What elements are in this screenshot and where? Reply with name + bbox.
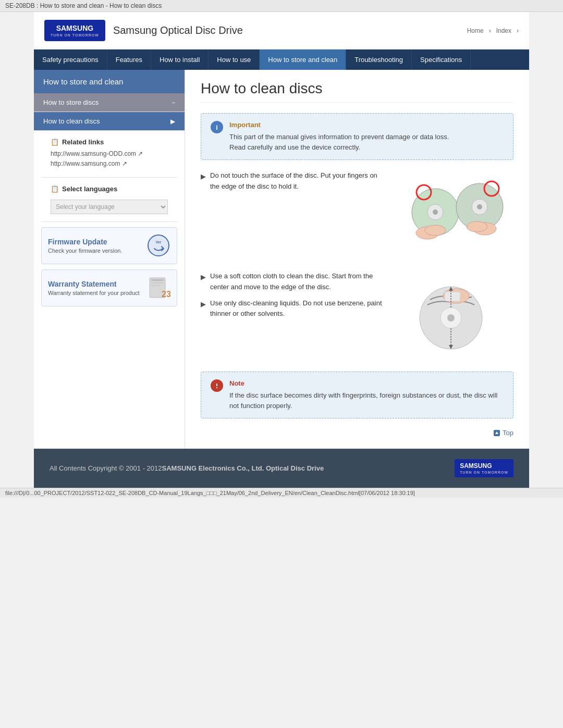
tab-safety[interactable]: Safety precautions — [34, 50, 107, 70]
bullet-liquid: ▶ Use only disc-cleaning liquids. Do not… — [201, 298, 388, 320]
firmware-text: Firmware Update Check your firmware vers… — [48, 238, 122, 254]
tab-trouble[interactable]: Troubleshooting — [346, 50, 412, 70]
bullet-arrow-1: ▶ — [201, 171, 206, 182]
firmware-update-box[interactable]: Firmware Update Check your firmware vers… — [41, 227, 177, 264]
firmware-subtitle: Check your firmware version. — [48, 248, 122, 254]
svg-point-21 — [447, 314, 455, 322]
related-links-icon: 📋 — [51, 138, 59, 146]
browser-title: SE-208DB : How to store and clean - How … — [5, 2, 162, 9]
svg-rect-23 — [445, 292, 460, 301]
svg-point-9 — [433, 209, 438, 215]
important-label: Important — [229, 121, 449, 129]
tab-store[interactable]: How to store and clean — [260, 50, 346, 70]
sidebar: How to store and clean How to store disc… — [34, 70, 185, 449]
main-layout: How to store and clean How to store disc… — [34, 70, 529, 449]
warranty-subtitle: Warranty statement for your product — [48, 290, 140, 296]
warranty-box[interactable]: Warranty Statement Warranty statement fo… — [41, 269, 177, 306]
status-bar: file:///D|/0...00_PROJECT/2012/SST12-022… — [0, 488, 563, 498]
warranty-icon: 23 — [147, 276, 170, 300]
tab-install[interactable]: How to install — [151, 50, 209, 70]
important-content: Important This part of the manual gives … — [229, 121, 449, 152]
related-links-title: 📋 Related links — [51, 138, 168, 146]
svg-text:Ver: Ver — [156, 240, 162, 244]
site-title: Samsung Optical Disc Drive — [113, 24, 243, 36]
sidebar-item-label: How to store discs — [43, 98, 99, 106]
svg-point-11 — [425, 225, 446, 236]
svg-point-15 — [477, 204, 482, 209]
bullet-text-3: Use only disc-cleaning liquids. Do not u… — [210, 298, 388, 320]
link-samsung[interactable]: http://www.samsung.com ↗ — [51, 160, 168, 167]
bullet-arrow-3: ▶ — [201, 299, 206, 310]
bullet-no-touch: ▶ Do not touch the surface of the disc. … — [201, 170, 388, 192]
note-box: Note If the disc surface becomes dirty w… — [201, 372, 513, 418]
footer-company: SAMSUNG Electronics Co., Ltd. Optical Di… — [162, 464, 324, 472]
sidebar-blocks-wrapper: 📋 Related links http://www.samsung-ODD.c… — [34, 131, 185, 306]
footer-logo-tagline: TURN ON TOMORROW — [460, 471, 508, 474]
firmware-icon: Ver — [147, 234, 170, 257]
nav-separator2: › — [517, 27, 519, 34]
important-line-1: This part of the manual gives informatio… — [229, 132, 449, 142]
home-link[interactable]: Home — [467, 27, 484, 34]
note-icon — [211, 379, 223, 392]
top-icon — [493, 429, 500, 437]
index-link[interactable]: Index — [496, 27, 511, 34]
svg-rect-5 — [151, 285, 161, 286]
top-link-area: Top — [201, 429, 513, 438]
select-languages-block: 📋 Select languages Select your language — [41, 178, 177, 222]
language-select[interactable]: Select your language — [51, 200, 168, 214]
sidebar-item-arrow: − — [172, 99, 175, 106]
firmware-title: Firmware Update — [48, 238, 122, 246]
tab-features[interactable]: Features — [107, 50, 151, 70]
top-link[interactable]: Top — [493, 429, 513, 437]
nav-tabs: Safety precautions Features How to insta… — [34, 50, 529, 70]
section-no-touch: ▶ Do not touch the surface of the disc. … — [201, 170, 513, 255]
header-nav: Home › Index › — [467, 27, 519, 34]
section-cleaning-text: ▶ Use a soft cotton cloth to clean the d… — [201, 271, 388, 325]
note-content: Note If the disc surface becomes dirty w… — [229, 379, 504, 411]
tab-use[interactable]: How to use — [209, 50, 260, 70]
sidebar-section-title: How to store and clean — [34, 70, 185, 93]
svg-rect-3 — [151, 279, 164, 281]
sidebar-item-label: How to clean discs — [43, 117, 100, 125]
select-languages-title: 📋 Select languages — [51, 185, 168, 193]
link-samsung-odd[interactable]: http://www.samsung-ODD.com ↗ — [51, 150, 168, 157]
sidebar-item-store-discs[interactable]: How to store discs − — [34, 93, 185, 112]
select-languages-icon: 📋 — [51, 185, 59, 193]
footer-text: All Contents Copyright © 2001 - 2012SAMS… — [50, 464, 324, 472]
important-line-2: Read carefully and use the device correc… — [229, 142, 449, 153]
disc-illustration-2 — [399, 271, 513, 356]
section-no-touch-text: ▶ Do not touch the surface of the disc. … — [201, 170, 388, 198]
important-icon: i — [211, 121, 223, 133]
hands-disc-svg-1 — [399, 170, 513, 254]
nav-separator: › — [489, 27, 491, 34]
sidebar-item-clean-discs[interactable]: How to clean discs ▶ — [34, 112, 185, 131]
note-text: If the disc surface becomes dirty with f… — [229, 390, 504, 411]
tab-specs[interactable]: Specifications — [412, 50, 471, 70]
svg-rect-4 — [151, 282, 164, 283]
hands-disc-svg-2 — [399, 271, 503, 354]
important-box: i Important This part of the manual give… — [201, 113, 513, 160]
page-wrapper: SAMSUNG TURN ON TOMORROW Samsung Optical… — [34, 12, 529, 488]
svg-text:23: 23 — [162, 290, 170, 299]
bullet-cotton: ▶ Use a soft cotton cloth to clean the d… — [201, 271, 388, 293]
logo-text: SAMSUNG — [56, 24, 94, 32]
disc-illustration-1 — [399, 170, 513, 255]
warranty-text: Warranty Statement Warranty statement fo… — [48, 280, 140, 296]
bullet-arrow-2: ▶ — [201, 272, 206, 283]
samsung-logo: SAMSUNG TURN ON TOMORROW — [44, 20, 105, 41]
footer-logo: SAMSUNG TURN ON TOMORROW — [455, 459, 513, 477]
logo-tagline: TURN ON TOMORROW — [51, 33, 99, 37]
browser-title-bar: SE-208DB : How to store and clean - How … — [0, 0, 563, 12]
site-footer: All Contents Copyright © 2001 - 2012SAMS… — [34, 449, 529, 488]
related-links-block: 📋 Related links http://www.samsung-ODD.c… — [41, 131, 177, 178]
footer-copyright: All Contents Copyright © 2001 - 2012 — [50, 464, 162, 472]
logo-area: SAMSUNG TURN ON TOMORROW Samsung Optical… — [44, 20, 243, 41]
bullet-text-2: Use a soft cotton cloth to clean the dis… — [210, 271, 388, 293]
note-label: Note — [229, 379, 504, 387]
svg-rect-29 — [216, 384, 217, 386]
sidebar-item-arrow: ▶ — [170, 118, 175, 125]
status-text: file:///D|/0...00_PROJECT/2012/SST12-022… — [5, 490, 415, 496]
site-header: SAMSUNG TURN ON TOMORROW Samsung Optical… — [34, 12, 529, 50]
svg-point-17 — [467, 221, 487, 232]
warranty-title: Warranty Statement — [48, 280, 140, 288]
